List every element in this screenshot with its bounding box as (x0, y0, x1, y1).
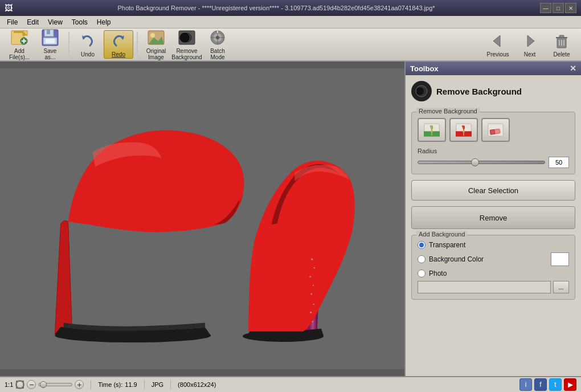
save-as-button[interactable]: Saveas... (35, 30, 65, 59)
photo-input-row: ... (418, 281, 569, 293)
svg-rect-58 (490, 129, 495, 134)
radius-slider[interactable] (418, 161, 545, 164)
add-file-button[interactable]: AddFile(s)... (5, 30, 34, 59)
svg-point-37 (311, 258, 313, 260)
image-canvas (0, 62, 404, 376)
youtube-button[interactable]: ▶ (564, 378, 576, 391)
svg-rect-30 (559, 35, 564, 38)
window-controls: — □ ✕ (540, 3, 576, 13)
next-button[interactable]: Next (515, 30, 545, 59)
facebook-button[interactable]: f (534, 378, 547, 391)
photo-path-field[interactable] (418, 281, 551, 293)
minimize-button[interactable]: — (540, 3, 551, 13)
keep-brush-icon (424, 122, 440, 138)
add-file-icon (10, 28, 28, 47)
svg-point-44 (312, 321, 313, 322)
photo-browse-button[interactable]: ... (553, 281, 569, 293)
transparent-radio[interactable] (418, 241, 425, 249)
facebook-icon: f (539, 381, 541, 389)
remove-bg-legend: Remove Background (416, 108, 480, 115)
svg-rect-1 (14, 31, 24, 33)
delete-icon (553, 32, 571, 50)
app-icon: 🖼 (5, 3, 13, 13)
clear-selection-button[interactable]: Clear Selection (411, 180, 575, 201)
clear-selection-label: Clear Selection (468, 186, 518, 195)
remove-bg-group: Remove Background (411, 112, 575, 174)
svg-point-24 (216, 36, 219, 39)
svg-point-40 (313, 285, 314, 286)
photo-radio[interactable] (418, 270, 425, 277)
delete-button[interactable]: Delete (547, 30, 576, 59)
toolbar: AddFile(s)... Saveas... Undo (0, 28, 581, 62)
original-image-label: OriginalImage (146, 48, 166, 60)
status-bar: 1:1 − + Time (s): 11.9 JPG (800x6 (0, 376, 581, 392)
menu-edit[interactable]: Edit (22, 17, 43, 27)
section-main-title: Remove Background (436, 87, 522, 96)
menu-help[interactable]: Help (92, 17, 116, 27)
menu-tools[interactable]: Tools (67, 17, 92, 27)
previous-label: Previous (487, 51, 509, 58)
svg-point-43 (310, 312, 312, 313)
bg-remove-icon (415, 84, 428, 98)
zoom-slider[interactable] (38, 383, 72, 386)
delete-label: Delete (554, 51, 570, 58)
radius-input[interactable]: 50 (549, 157, 569, 168)
svg-rect-11 (46, 39, 55, 43)
transparent-label: Transparent (429, 241, 465, 249)
remove-button[interactable]: Remove (411, 206, 575, 229)
zoom-controls: 1:1 − + (5, 380, 84, 389)
status-format: JPG (152, 381, 163, 388)
close-button[interactable]: ✕ (565, 3, 576, 13)
svg-point-42 (313, 304, 314, 305)
color-swatch[interactable] (551, 252, 569, 266)
batch-mode-button[interactable]: BatchMode (203, 30, 232, 59)
bg-color-label: Background Color (429, 255, 484, 263)
previous-icon (489, 32, 507, 50)
toolbox-close-button[interactable]: ✕ (570, 64, 576, 73)
add-bg-legend: Add Background (416, 231, 467, 238)
zoom-out-button[interactable]: − (27, 380, 36, 389)
svg-rect-9 (47, 30, 50, 34)
previous-button[interactable]: Previous (483, 30, 513, 59)
info-button[interactable]: i (519, 378, 532, 391)
bg-color-row: Background Color (418, 252, 569, 266)
menu-bar: File Edit View Tools Help (0, 16, 581, 28)
svg-marker-27 (527, 35, 534, 47)
maximize-button[interactable]: □ (553, 3, 564, 13)
save-icon (41, 28, 59, 47)
zoom-in-icon: + (77, 381, 81, 389)
redo-button[interactable]: Redo (104, 30, 133, 59)
svg-point-19 (180, 33, 189, 42)
undo-button[interactable]: Undo (73, 30, 103, 59)
remove-background-button[interactable]: RemoveBackground (172, 30, 202, 59)
photo-label: Photo (429, 270, 447, 277)
keep-brush-button[interactable] (418, 118, 446, 142)
canvas-content (0, 62, 404, 376)
menu-file[interactable]: File (2, 17, 22, 27)
original-image-button[interactable]: OriginalImage (141, 30, 171, 59)
bg-color-radio[interactable] (418, 255, 425, 263)
remove-bg-icon (178, 28, 196, 47)
radius-slider-thumb[interactable] (471, 158, 479, 166)
photo-row: Photo (418, 270, 569, 277)
twitter-button[interactable]: t (549, 378, 562, 391)
dimensions-label: (800x612x24) (178, 381, 216, 388)
add-background-group: Add Background Transparent Background Co… (411, 235, 575, 300)
canvas-area (0, 62, 404, 376)
menu-view[interactable]: View (43, 17, 67, 27)
zoom-in-button[interactable]: + (75, 380, 84, 389)
eraser-button[interactable] (481, 118, 510, 142)
original-image-icon (147, 28, 165, 47)
status-divider-2 (144, 380, 145, 389)
undo-icon (79, 32, 97, 50)
zoom-fit-button[interactable] (15, 380, 24, 389)
undo-label: Undo (81, 51, 95, 58)
zoom-slider-thumb[interactable] (40, 381, 47, 388)
remove-brush-button[interactable] (449, 118, 478, 142)
radius-label: Radius (418, 148, 569, 154)
main-area: Toolbox ✕ Remove Background Remove Backg… (0, 62, 581, 376)
save-as-label: Saveas... (44, 48, 57, 60)
svg-point-46 (416, 87, 424, 95)
toolbar-right: Previous Next Delete (483, 30, 576, 59)
social-icons: i f t ▶ (519, 378, 576, 391)
